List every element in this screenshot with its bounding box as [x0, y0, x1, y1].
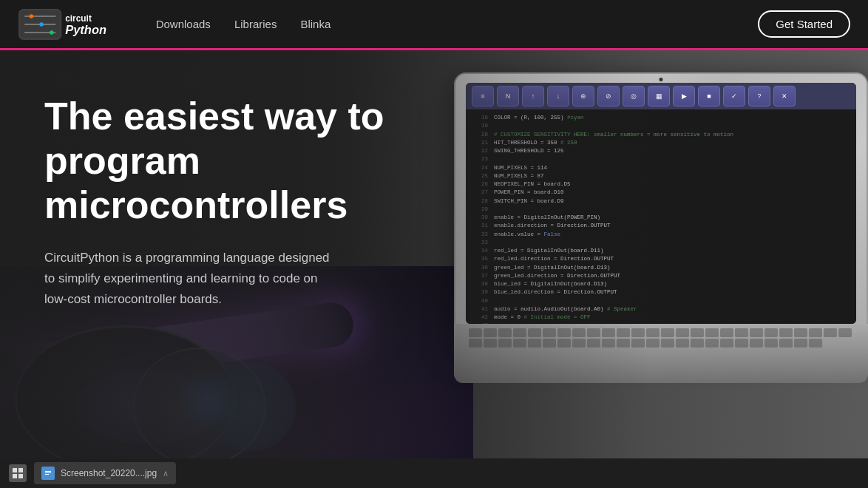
svg-rect-11	[13, 474, 17, 478]
get-started-button[interactable]: Get Started	[758, 10, 850, 38]
navbar-links: Downloads Libraries Blinka	[156, 18, 759, 30]
svg-rect-9	[13, 468, 17, 472]
taskbar-start-icon[interactable]	[9, 464, 27, 482]
taskbar-file-icon	[41, 467, 55, 480]
svg-rect-12	[18, 474, 23, 478]
nav-link-downloads[interactable]: Downloads	[156, 18, 211, 30]
taskbar: Screenshot_20220....jpg ∧	[0, 458, 868, 488]
svg-point-5	[39, 22, 43, 26]
taskbar-file-arrow[interactable]: ∧	[163, 469, 169, 478]
navbar: circuit Python Downloads Libraries Blink…	[0, 0, 868, 50]
svg-point-4	[30, 14, 33, 18]
hero-content: The easiest way to program microcontroll…	[44, 95, 414, 311]
taskbar-file-name: Screenshot_20220....jpg	[61, 468, 157, 478]
svg-rect-10	[18, 468, 23, 472]
logo[interactable]: circuit Python	[18, 8, 126, 41]
nav-link-blinka[interactable]: Blinka	[300, 18, 330, 30]
hero-section: The easiest way to program microcontroll…	[0, 50, 868, 488]
navbar-cta: Get Started	[758, 10, 850, 38]
nav-link-libraries[interactable]: Libraries	[234, 18, 277, 30]
svg-point-6	[50, 30, 53, 34]
hero-title: The easiest way to program microcontroll…	[44, 95, 414, 227]
taskbar-file-item[interactable]: Screenshot_20220....jpg ∧	[34, 462, 176, 484]
hero-description: CircuitPython is a programming language …	[44, 248, 340, 310]
svg-text:Python: Python	[65, 22, 106, 35]
